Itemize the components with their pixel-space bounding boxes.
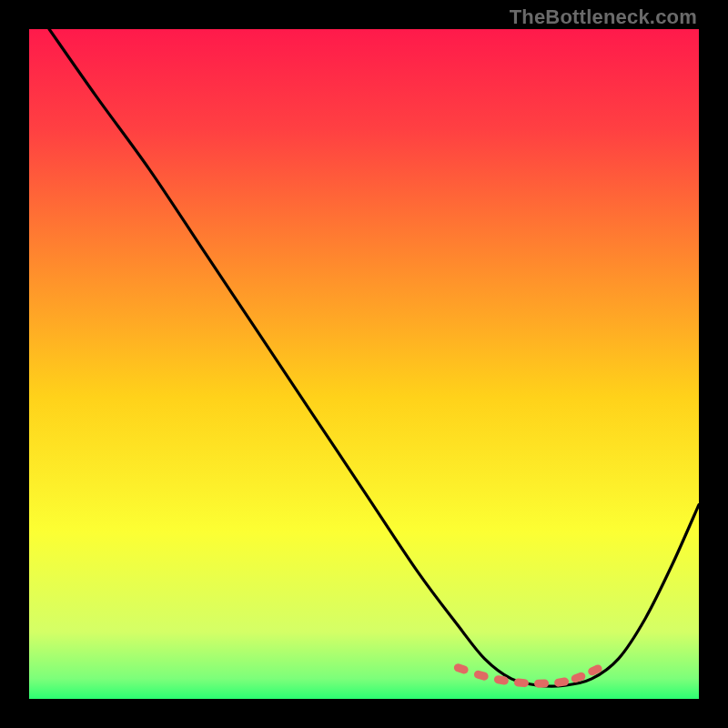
- watermark-label: TheBottleneck.com: [510, 5, 697, 29]
- gradient-background: [29, 29, 699, 699]
- marker-dash: [534, 679, 549, 687]
- bottleneck-chart: [29, 29, 699, 699]
- chart-frame: [29, 29, 699, 699]
